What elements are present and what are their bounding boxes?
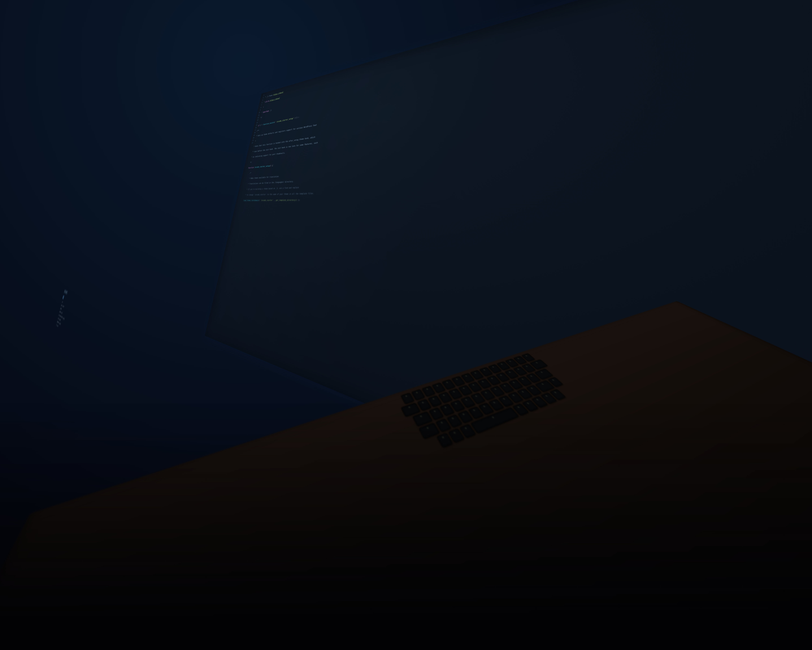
line-number: 22 — [250, 142, 253, 145]
keyboard-key — [401, 393, 414, 404]
keyboard-key — [401, 403, 420, 417]
keyboard-key — [419, 423, 440, 439]
photo-scene: 345678910111213141516171819202122 * _S T… — [0, 0, 812, 650]
keyboard-key — [422, 386, 435, 397]
keyboard-key — [412, 390, 425, 400]
keyboard-key — [417, 399, 431, 411]
keyboard-key — [429, 408, 444, 420]
keyboard-key — [428, 396, 442, 407]
file-tab: st.xml — [64, 289, 68, 295]
keyboard-key — [432, 383, 445, 393]
keyboard-key — [413, 411, 432, 426]
file-tab: p — [63, 295, 64, 299]
